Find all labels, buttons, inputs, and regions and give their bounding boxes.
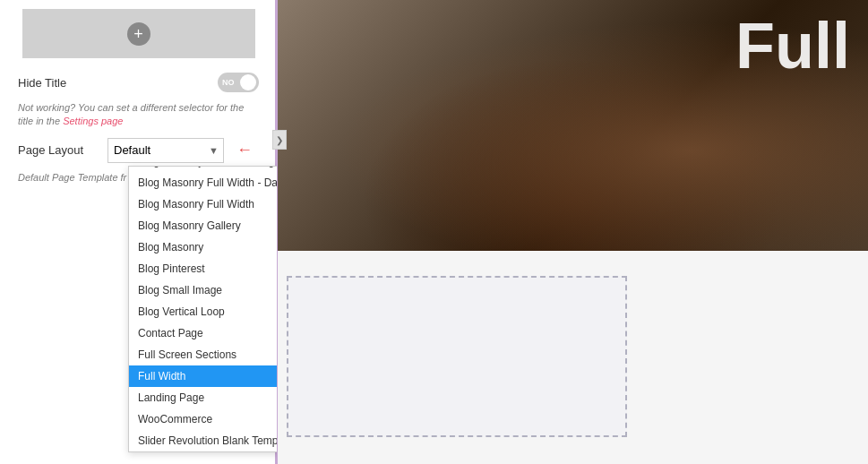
- content-placeholder-box: [287, 276, 627, 437]
- left-panel: + Hide Title NO Not working? You can set…: [0, 0, 278, 464]
- dropdown-item[interactable]: Blog Small Image: [129, 279, 278, 301]
- hide-title-row: Hide Title NO: [0, 64, 277, 101]
- not-working-notice: Not working? You can set a different sel…: [0, 101, 277, 129]
- toggle-no-text: NO: [222, 78, 235, 87]
- page-layout-label: Page Layout: [18, 143, 99, 157]
- photo-background: Full: [278, 0, 868, 251]
- dropdown-item[interactable]: Blog Pinterest: [129, 258, 278, 279]
- page-layout-select-wrapper: Default ▼: [107, 138, 224, 163]
- plus-icon: +: [133, 26, 143, 42]
- dropdown-item[interactable]: Blog Vertical Loop: [129, 301, 278, 322]
- photo-area: Full: [278, 0, 868, 251]
- dropdown-scroll-area[interactable]: Blog GalleryBlog HeadlinesBlog Large Ima…: [129, 167, 278, 451]
- dropdown-item[interactable]: Blog Masonry Full Width: [129, 193, 278, 215]
- dropdown-item[interactable]: Blog Masonry Gallery: [129, 215, 278, 236]
- toggle-knob: [240, 74, 256, 90]
- hide-title-label: Hide Title: [18, 76, 66, 90]
- dropdown-item[interactable]: Full Width: [129, 365, 278, 387]
- collapse-panel-button[interactable]: ❯: [272, 130, 287, 150]
- dropdown-item[interactable]: Full Screen Sections: [129, 344, 278, 365]
- page-layout-dropdown: Blog GalleryBlog HeadlinesBlog Large Ima…: [128, 166, 278, 452]
- add-image-button[interactable]: +: [127, 22, 150, 46]
- dropdown-item[interactable]: WooCommerce: [129, 408, 278, 430]
- dropdown-item[interactable]: Contact Page: [129, 322, 278, 344]
- red-arrow-icon: ←: [236, 141, 253, 159]
- dropdown-item[interactable]: Slider Revolution Blank Template: [129, 430, 278, 451]
- dropdown-item[interactable]: Blog Masonry Full Width - Date in Image: [129, 172, 278, 193]
- full-width-text: Full: [735, 9, 850, 82]
- hide-title-toggle[interactable]: NO: [218, 73, 259, 92]
- right-panel: Full: [278, 0, 868, 464]
- dropdown-item[interactable]: Blog Masonry: [129, 236, 278, 258]
- chevron-right-icon: ❯: [276, 135, 283, 145]
- page-layout-select[interactable]: Default: [107, 138, 224, 163]
- settings-page-link[interactable]: Settings page: [63, 116, 123, 126]
- thumbnail-area: +: [22, 9, 255, 58]
- dropdown-item[interactable]: Landing Page: [129, 387, 278, 408]
